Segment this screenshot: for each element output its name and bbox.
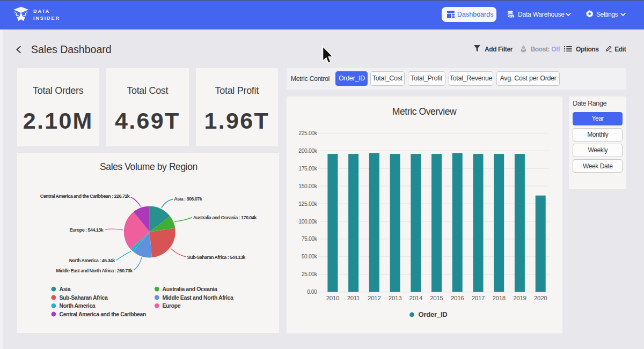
- svg-text:North America : 45.34k: North America : 45.34k: [69, 258, 115, 263]
- svg-text:2018: 2018: [492, 295, 506, 301]
- svg-text:175.00k: 175.00k: [298, 165, 317, 171]
- svg-text:200.00k: 200.00k: [298, 147, 317, 153]
- svg-text:Middle East and North Africa: Middle East and North Africa: [162, 294, 233, 301]
- svg-text:Europe: Europe: [162, 302, 180, 309]
- svg-text:100.00k: 100.00k: [298, 218, 317, 224]
- svg-text:Central America and the Caribb: Central America and the Caribbean : 226.…: [40, 194, 130, 199]
- svg-text:225.00k: 225.00k: [298, 130, 317, 136]
- svg-text:2019: 2019: [513, 295, 526, 301]
- svg-text:25.00k: 25.00k: [301, 271, 317, 277]
- svg-text:2012: 2012: [368, 295, 381, 301]
- svg-text:Middle East and North Africa :: Middle East and North Africa : 260.73k: [56, 268, 133, 273]
- svg-text:2015: 2015: [430, 295, 443, 301]
- svg-text:Asia : 306.07k: Asia : 306.07k: [174, 196, 202, 202]
- svg-text:2013: 2013: [388, 295, 401, 301]
- svg-text:150.00k: 150.00k: [298, 183, 317, 189]
- svg-text:0.00: 0.00: [306, 289, 317, 295]
- svg-text:Sales Volume by Region: Sales Volume by Region: [100, 161, 197, 172]
- svg-text:Sub-Saharan Africa: Sub-Saharan Africa: [59, 294, 107, 301]
- svg-text:Europe : 544.13k: Europe : 544.13k: [69, 227, 104, 233]
- svg-text:50.00k: 50.00k: [301, 254, 317, 259]
- svg-text:Australia and Oceania : 170.04: Australia and Oceania : 170.04k: [193, 215, 257, 220]
- svg-text:2011: 2011: [347, 295, 360, 301]
- svg-text:Australia and Oceania: Australia and Oceania: [162, 286, 217, 292]
- svg-text:Order_ID: Order_ID: [418, 310, 447, 318]
- svg-text:2014: 2014: [409, 295, 422, 301]
- svg-text:North America: North America: [59, 302, 95, 309]
- svg-text:Sub-Saharan Africa : 544.13k: Sub-Saharan Africa : 544.13k: [187, 255, 246, 260]
- svg-text:125.00k: 125.00k: [298, 201, 317, 206]
- svg-text:2016: 2016: [450, 295, 464, 301]
- svg-text:Asia: Asia: [59, 286, 70, 292]
- svg-text:2017: 2017: [471, 295, 485, 301]
- svg-text:75.00k: 75.00k: [301, 236, 317, 242]
- svg-text:Metric Overview: Metric Overview: [392, 106, 456, 117]
- svg-text:2020: 2020: [533, 295, 547, 301]
- svg-text:Central America and the Caribb: Central America and the Caribbean: [59, 311, 145, 317]
- svg-text:2010: 2010: [326, 295, 339, 301]
